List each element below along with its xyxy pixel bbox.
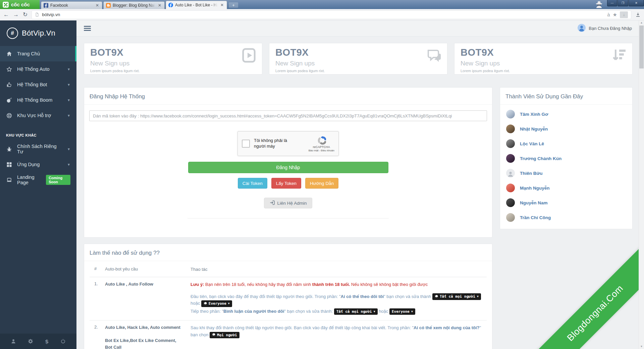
sidebar-item-chính-sách-riêng-tư[interactable]: Chính Sách Riêng Tư▼ [0,141,76,157]
page-scrollbar[interactable]: ▲ ▼ [639,20,644,349]
browser-tab[interactable]: Auto Like - Bot Like - Hack✕ [166,1,227,9]
tab-close-icon[interactable]: ✕ [220,3,224,7]
member-name: Mạnh Nguyễn [520,186,550,191]
globe-icon [204,302,207,305]
browser-tab[interactable]: Blogger: Blog Đồng Nai - T✕ [103,1,165,9]
account-status[interactable]: Bạn Chưa Đăng Nhập [578,24,632,33]
recaptcha-terms-links[interactable]: Bảo mật - Điều khoản [309,149,334,152]
coccoc-menu-button[interactable]: cốc cốc [0,0,40,9]
maximize-button[interactable]: ❐ [618,0,628,6]
howto-step: Lưu ý: Bạn nên trên 18 tuổi, nếu không h… [191,281,485,288]
stat-card: BOT9XNew Sign upsLorem ipsum psdea itgum… [269,43,447,74]
scroll-down-arrow-icon[interactable]: ▼ [639,344,644,349]
members-panel-title: Thành Viên Sử Dụng Gần Đây [500,88,632,105]
sidebar-item-khu-vực-hỗ-trợ[interactable]: Khu Vực Hỗ trợ▼ [0,108,76,123]
scroll-up-arrow-icon[interactable]: ▲ [639,20,644,25]
member-name: Tâm Xinh Gơ [520,112,548,117]
hamburger-menu-icon[interactable] [83,24,92,32]
recent-members-panel: Thành Viên Sử Dụng Gần Đây Tâm Xinh GơNh… [500,87,633,229]
forward-button[interactable]: → [13,12,19,17]
sidebar-item-hệ-thống-boom[interactable]: Hệ Thống Boom▼ [0,92,76,108]
login-form: Tôi không phải là người máy reCAPTCHA Bả… [84,105,492,218]
downloads-button-icon[interactable] [635,12,641,17]
howto-actions: Sau khi thay đổi thành công thiết lập ng… [191,325,487,349]
member-name: Nguyễn Nam [520,200,548,205]
token-input[interactable] [89,110,487,121]
member-name: Trần Chí Công [520,215,551,220]
recaptcha-checkbox[interactable] [242,140,250,148]
coming-soon-badge: Coming Soon [46,175,70,185]
close-button[interactable]: ✕ [629,0,644,6]
sidebar-item-trang-chủ[interactable]: Trang Chủ [0,46,76,61]
browser-window: cốc cốc Facebook✕Blogger: Blog Đồng Nai … [0,0,644,349]
dollar-icon[interactable]: $ [45,338,49,345]
url-text[interactable]: bótvip.vn [42,12,604,17]
page-icon [35,12,39,17]
recaptcha-branding: reCAPTCHA Bảo mật - Điều khoản [309,136,334,152]
user-icon[interactable] [11,339,16,344]
member-row[interactable]: Trưởng Chảnh Kún [505,151,627,166]
privacy-option-badge[interactable]: Everyone▼ [201,300,232,307]
site-logo[interactable]: # BótVip.Vn [0,20,76,46]
address-bar[interactable]: bótvip.vn à ★ ↓ [32,10,631,19]
cài-token-button[interactable]: Cài Token [238,178,267,189]
sidebar-nav: Trang ChủHệ Thống Auto▼Hệ Thống Bot▼Hệ T… [0,46,76,334]
bookmark-star-icon[interactable]: ★ [613,12,617,18]
sidebar-item-hệ-thống-auto[interactable]: Hệ Thống Auto▼ [0,61,76,77]
howto-row-number: 2. [90,325,105,349]
tab-close-icon[interactable]: ✕ [95,3,100,8]
scrollbar-thumb[interactable] [639,26,644,68]
card-subtitle: New Sign ups [461,60,626,67]
gear-icon[interactable] [28,339,33,344]
back-button[interactable]: ← [3,12,9,17]
hướng-dẫn-button[interactable]: Hướng Dẫn [305,178,338,189]
sidebar-item-label: Hệ Thống Boom [17,97,52,103]
sidebar-item-landing-page[interactable]: Landing PageComing Soon [0,172,76,188]
main-area: Bạn Chưa Đăng Nhập BOT9XNew Sign upsLore… [76,20,639,349]
browser-toolbar: ← → ↻ bótvip.vn à ★ ↓ [0,9,644,20]
privacy-option-badge[interactable]: Tất cả mọi người▼ [334,308,378,315]
power-icon[interactable] [60,339,66,344]
login-button[interactable]: Đăng Nhập [188,162,388,173]
caret-down-icon: ▼ [411,310,413,313]
privacy-option-badge[interactable]: Tất cả mọi người▼ [432,293,481,300]
caret-down-icon: ▼ [228,302,230,305]
middle-row: Đăng Nhập Hệ Thống Tôi không phải là ngư… [84,87,633,238]
sort-desc-icon [611,48,627,63]
member-row[interactable]: Thiên Bửu [505,166,627,181]
home-icon [6,51,12,57]
page-content: BOT9XNew Sign upsLorem ipsum psdea itgum… [76,37,639,349]
sidebar-item-ứng-dụng[interactable]: Ứng Dụng▼ [0,157,76,172]
member-avatar [506,198,515,207]
sidebar-item-hệ-thống-bot[interactable]: Hệ Thống Bot▼ [0,77,76,92]
member-avatar [506,124,515,133]
member-row[interactable]: Nhật Nguyễn [505,121,627,136]
site-logo-text: BótVip.Vn [22,29,55,38]
new-tab-button[interactable]: + [229,2,238,8]
member-row[interactable]: Nguyễn Nam [505,195,627,210]
reload-button[interactable]: ↻ [23,12,28,17]
member-row[interactable]: Lộc Văn Lê [505,136,627,151]
member-name: Lộc Văn Lê [520,141,544,146]
privacy-option-badge[interactable]: Everyone▼ [389,308,415,315]
login-divider [187,218,389,218]
contact-admin-button[interactable]: Liên Hệ Admin [264,198,313,208]
coccoc-brand-label: cốc cốc [11,2,30,7]
star-icon [6,66,12,72]
page-header: Bạn Chưa Đăng Nhập [76,20,639,37]
vietnamese-input-icon[interactable]: à [607,12,610,17]
member-row[interactable]: Trần Chí Công [505,210,627,225]
lấy-token-button[interactable]: Lấy Token [271,178,301,189]
chevron-down-icon: ▼ [67,67,70,71]
download-indicator-icon[interactable]: ↓ [620,11,628,18]
browser-tab[interactable]: Facebook✕ [41,1,102,9]
privacy-option-badge[interactable]: Mọi người [210,332,239,338]
howto-table: #Auto-bot yêu cầuThao tác1.Auto Like , A… [90,262,487,349]
tab-close-icon[interactable]: ✕ [157,3,162,8]
member-row[interactable]: Tâm Xinh Gơ [505,107,627,121]
card-caption: Lorem ipsum psdea itgum rixt. [275,69,441,73]
minimize-button[interactable]: — [607,0,617,6]
howto-actions: Lưu ý: Bạn nên trên 18 tuổi, nếu không h… [191,281,487,316]
member-row[interactable]: Mạnh Nguyễn [505,181,627,195]
sidebar-item-label: Khu Vực Hỗ trợ [17,113,51,118]
